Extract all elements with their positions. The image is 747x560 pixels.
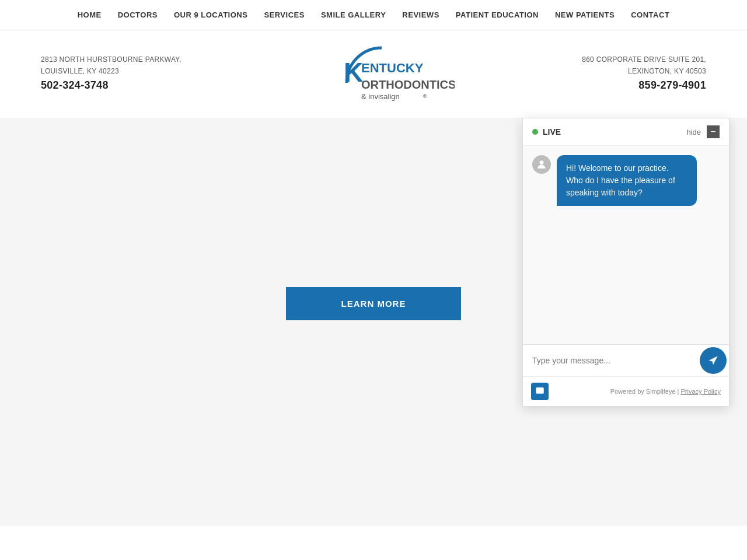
svg-text:ENTUCKY: ENTUCKY [361, 61, 424, 75]
svg-text:®: ® [423, 93, 427, 99]
chat-brand-icon [535, 386, 545, 397]
right-address: 860 CORPORATE DRIVE SUITE 201, LEXINGTON… [582, 54, 706, 93]
svg-text:& invisalign: & invisalign [361, 92, 400, 101]
main-nav: HOMEDOCTORSOUR 9 LOCATIONSSERVICESSMILE … [0, 0, 747, 30]
chat-footer: Powered by Simplifeye | Privacy Policy [523, 376, 729, 406]
nav-item-services[interactable]: SERVICES [264, 10, 305, 19]
learn-more-button[interactable]: LEARN MORE [286, 287, 461, 320]
right-address-line2: LEXINGTON, KY 40503 [582, 66, 706, 77]
powered-by-text: Powered by Simplifeye [610, 388, 676, 395]
chat-bubble: Hi! Welcome to our practice. Who do I ha… [557, 155, 697, 206]
nav-item-locations[interactable]: OUR 9 LOCATIONS [174, 10, 247, 19]
live-dot-icon [532, 129, 538, 135]
privacy-policy-link[interactable]: Privacy Policy [681, 388, 721, 395]
left-phone[interactable]: 502-324-3748 [41, 77, 181, 94]
chat-message-input[interactable] [523, 346, 697, 374]
nav-item-doctors[interactable]: DOCTORS [118, 10, 158, 19]
chat-header: LIVE hide − [523, 118, 729, 146]
left-address-line1: 2813 NORTH HURSTBOURNE PARKWAY, [41, 54, 181, 65]
chat-live-indicator: LIVE [532, 127, 561, 136]
svg-text:K: K [344, 57, 363, 88]
chat-avatar [532, 155, 551, 174]
send-icon [708, 355, 718, 366]
chat-message-row: Hi! Welcome to our practice. Who do I ha… [532, 155, 720, 206]
right-address-line1: 860 CORPORATE DRIVE SUITE 201, [582, 54, 706, 65]
main-content: LEARN MORE LIVE hide − [0, 118, 747, 526]
agent-avatar-icon [536, 159, 547, 170]
right-phone[interactable]: 859-279-4901 [582, 77, 706, 94]
nav-item-home[interactable]: HOME [78, 10, 102, 19]
nav-item-new-patients[interactable]: NEW PATIENTS [555, 10, 615, 19]
svg-point-5 [540, 160, 544, 164]
logo-container: K ENTUCKY ORTHODONTICS & invisalign ® [309, 42, 455, 106]
left-address: 2813 NORTH HURSTBOURNE PARKWAY, LOUISVIL… [41, 54, 181, 93]
chat-send-button[interactable] [700, 347, 727, 374]
nav-item-reviews[interactable]: REVIEWS [402, 10, 439, 19]
brand-logo: K ENTUCKY ORTHODONTICS & invisalign ® [309, 42, 455, 106]
chat-widget: LIVE hide − Hi! Welcome to our practice.… [522, 118, 729, 407]
chat-header-controls: hide − [686, 125, 720, 138]
info-bar: 2813 NORTH HURSTBOURNE PARKWAY, LOUISVIL… [0, 30, 747, 118]
chat-hide-button[interactable]: hide [686, 128, 701, 136]
nav-item-smile-gallery[interactable]: SMILE GALLERY [321, 10, 386, 19]
simplifeye-logo-icon [531, 383, 549, 400]
chat-footer-text: Powered by Simplifeye | Privacy Policy [610, 388, 721, 395]
live-label: LIVE [543, 127, 561, 136]
chat-input-row [523, 344, 729, 376]
nav-item-contact[interactable]: CONTACT [631, 10, 669, 19]
chat-minimize-button[interactable]: − [707, 125, 720, 138]
left-address-line2: LOUISVILLE, KY 40223 [41, 66, 181, 77]
svg-rect-6 [536, 387, 544, 394]
chat-body: Hi! Welcome to our practice. Who do I ha… [523, 146, 729, 344]
nav-item-patient-education[interactable]: PATIENT EDUCATION [456, 10, 539, 19]
svg-text:ORTHODONTICS: ORTHODONTICS [361, 78, 455, 91]
